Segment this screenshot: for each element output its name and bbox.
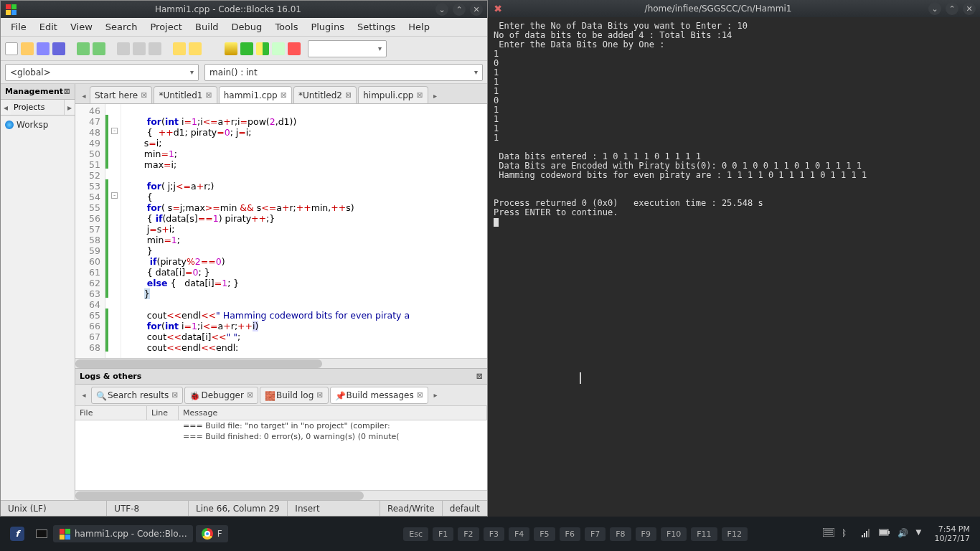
undo-icon[interactable] xyxy=(77,42,90,55)
status-eol: Unix (LF) xyxy=(1,501,107,516)
mgmt-tab-projects[interactable]: Projects xyxy=(11,100,65,115)
logs-horizontal-scrollbar[interactable] xyxy=(75,490,487,500)
volume-tray-icon[interactable]: 🔊 xyxy=(897,528,909,540)
log-tab-close-icon[interactable]: ⊠ xyxy=(247,390,253,400)
menu-item-help[interactable]: Help xyxy=(402,20,435,34)
term-maximize-button[interactable]: ⌃ xyxy=(946,2,958,15)
save-icon[interactable] xyxy=(37,42,50,55)
taskbar-clock[interactable]: 7:54 PM 10/27/17 xyxy=(935,524,970,543)
log-header-line[interactable]: Line xyxy=(147,406,179,420)
fkey-indicator: F7 xyxy=(585,527,606,541)
log-tab-close-icon[interactable]: ⊠ xyxy=(316,390,323,400)
workspace-tree-root[interactable]: Worksp xyxy=(5,120,70,130)
ide-minimize-button[interactable]: ⌄ xyxy=(435,3,448,16)
run-icon[interactable] xyxy=(240,42,253,55)
log-tab-close-icon[interactable]: ⊠ xyxy=(417,390,423,400)
logs-close-icon[interactable]: ⊠ xyxy=(476,372,483,381)
editor-horizontal-scrollbar[interactable] xyxy=(75,358,487,368)
editor-tab[interactable]: *Untitled1⊠ xyxy=(154,86,217,103)
tab-close-icon[interactable]: ⊠ xyxy=(206,90,212,100)
function-combo[interactable]: main() : int▾ xyxy=(204,64,483,81)
log-tab[interactable]: 🐞Debugger⊠ xyxy=(184,387,258,404)
term-minimize-button[interactable]: ⌄ xyxy=(928,2,941,15)
mgmt-tab-scroll-left[interactable]: ◂ xyxy=(1,100,11,115)
log-tab[interactable]: 🔍Search results⊠ xyxy=(91,387,183,404)
build-icon[interactable] xyxy=(225,42,237,55)
menu-item-build[interactable]: Build xyxy=(189,20,225,34)
activities-button[interactable]: f xyxy=(4,524,30,544)
save-all-icon[interactable] xyxy=(52,42,65,55)
log-header-message[interactable]: Message xyxy=(179,406,487,420)
new-file-icon[interactable] xyxy=(5,42,18,55)
log-header-file[interactable]: File xyxy=(75,406,147,420)
menu-item-view[interactable]: View xyxy=(65,20,98,34)
terminal-titlebar: ✖ /home/infiee/SGGSCC/Cn/Hammi1 ⌄ ⌃ ✕ xyxy=(488,0,980,17)
menu-item-project[interactable]: Project xyxy=(144,20,187,34)
log-tab-scroll-left[interactable]: ◂ xyxy=(78,387,90,403)
build-message-row[interactable]: === Build file: "no target" in "no proje… xyxy=(75,420,487,431)
tab-close-icon[interactable]: ⊠ xyxy=(416,90,423,100)
dropdown-tray-icon[interactable]: ▼ xyxy=(916,528,928,540)
status-profile: default xyxy=(443,501,487,516)
taskbar-item-codeblocks[interactable]: hammi1.cpp - Code::Blo… xyxy=(53,525,193,542)
editor-tab[interactable]: hammi1.cpp⊠ xyxy=(219,86,292,103)
fkey-indicator: F1 xyxy=(433,527,453,541)
management-close-icon[interactable]: ⊠ xyxy=(64,87,70,96)
fkey-indicator: F8 xyxy=(610,527,631,541)
ide-close-button[interactable]: ✕ xyxy=(470,3,483,16)
fedora-logo-icon: f xyxy=(10,527,24,541)
menu-item-debug[interactable]: Debug xyxy=(226,20,268,34)
menu-item-file[interactable]: File xyxy=(5,20,32,34)
cut-icon[interactable] xyxy=(117,42,130,55)
taskbar-item-chrome[interactable]: F xyxy=(196,525,228,542)
open-file-icon[interactable] xyxy=(21,42,34,55)
replace-icon[interactable] xyxy=(189,42,202,55)
fkey-indicator: F10 xyxy=(661,527,687,541)
paste-icon[interactable] xyxy=(149,42,161,55)
fold-column[interactable]: -- xyxy=(108,104,121,358)
mgmt-tab-scroll-right[interactable]: ▸ xyxy=(65,100,75,115)
code-editor[interactable]: for(int i=1;i<=a+r;i=pow(2,d1)) { ++d1; … xyxy=(121,104,487,358)
term-close-button[interactable]: ✕ xyxy=(963,2,976,15)
tab-scroll-right[interactable]: ▸ xyxy=(430,88,441,103)
abort-icon[interactable] xyxy=(288,42,301,55)
terminal-icon xyxy=(36,529,47,538)
ide-maximize-button[interactable]: ⌃ xyxy=(453,3,466,16)
keyboard-tray-icon[interactable] xyxy=(823,528,834,540)
log-tab[interactable]: 📌Build messages⊠ xyxy=(330,387,428,404)
editor-tab-strip: ◂ Start here⊠*Untitled1⊠hammi1.cpp⊠*Unti… xyxy=(75,84,487,104)
menu-item-search[interactable]: Search xyxy=(100,20,143,34)
find-icon[interactable] xyxy=(173,42,186,55)
scope-combo[interactable]: <global>▾ xyxy=(5,64,199,81)
tab-close-icon[interactable]: ⊠ xyxy=(345,90,352,100)
editor-tab[interactable]: Start here⊠ xyxy=(90,86,152,103)
tab-close-icon[interactable]: ⊠ xyxy=(281,90,287,100)
menu-item-tools[interactable]: Tools xyxy=(269,20,303,34)
terminal-output[interactable]: Enter the No of Data Bits you want to En… xyxy=(488,17,980,517)
redo-icon[interactable] xyxy=(93,42,105,55)
fkey-indicator: F3 xyxy=(484,527,504,541)
network-tray-icon[interactable] xyxy=(860,528,872,540)
copy-icon[interactable] xyxy=(133,42,146,55)
build-run-icon[interactable] xyxy=(256,42,269,55)
tab-close-icon[interactable]: ⊠ xyxy=(141,90,147,100)
battery-tray-icon[interactable] xyxy=(879,528,890,540)
editor-tab[interactable]: *Untitled2⊠ xyxy=(293,86,357,103)
tab-scroll-left[interactable]: ◂ xyxy=(78,88,90,103)
bluetooth-tray-icon[interactable]: ᛒ xyxy=(842,528,853,540)
rebuild-icon[interactable] xyxy=(272,42,285,55)
ide-menubar: FileEditViewSearchProjectBuildDebugTools… xyxy=(1,18,487,37)
desktop-taskbar: f hammi1.cpp - Code::Blo… F EscF1F2F3F4F… xyxy=(0,517,980,551)
text-cursor-icon xyxy=(580,372,581,384)
build-target-combo[interactable]: ▾ xyxy=(308,40,387,57)
log-tab-scroll-right[interactable]: ▸ xyxy=(430,387,441,403)
log-tab-close-icon[interactable]: ⊠ xyxy=(171,390,178,400)
build-message-row[interactable]: === Build finished: 0 error(s), 0 warnin… xyxy=(75,431,487,442)
log-tab[interactable]: 🧱Build log⊠ xyxy=(260,387,328,404)
menu-item-edit[interactable]: Edit xyxy=(34,20,63,34)
menu-item-settings[interactable]: Settings xyxy=(352,20,401,34)
menu-item-plugins[interactable]: Plugins xyxy=(305,20,350,34)
terminal-launcher[interactable] xyxy=(30,527,53,541)
editor-tab[interactable]: himpuli.cpp⊠ xyxy=(358,86,428,103)
fkey-indicator: F12 xyxy=(722,527,748,541)
